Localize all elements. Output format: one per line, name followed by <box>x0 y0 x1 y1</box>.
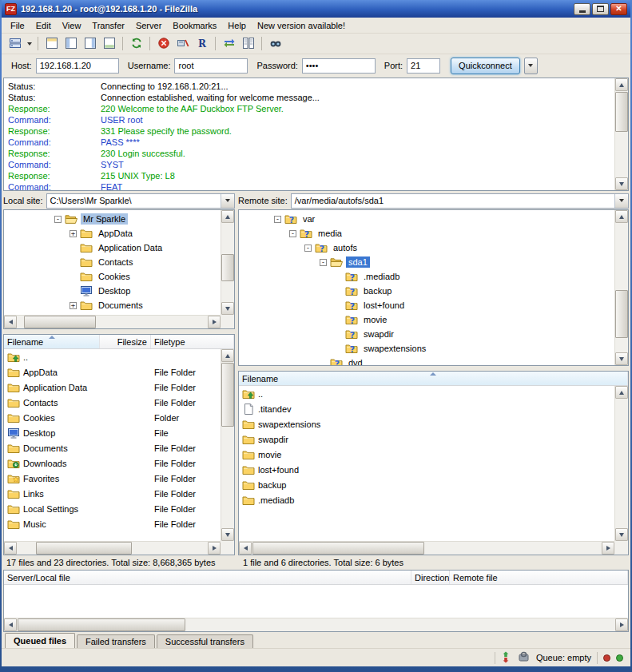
port-input[interactable] <box>407 58 440 74</box>
horizontal-scroll-thumb[interactable] <box>24 316 96 328</box>
local-tree-item[interactable]: Application Data <box>4 241 221 255</box>
tab-failed-transfers[interactable]: Failed transfers <box>77 634 155 648</box>
local-site-dropdown[interactable] <box>221 194 234 208</box>
site-manager-dropdown[interactable] <box>25 35 34 53</box>
queue-column-remote-file[interactable]: Remote file <box>450 571 628 584</box>
horizontal-scroll-thumb[interactable] <box>36 542 132 555</box>
local-tree-item[interactable]: Desktop <box>4 284 221 298</box>
local-file-row[interactable]: DownloadsFile Folder <box>4 455 221 471</box>
remote-tree-item[interactable]: ?swapextensions <box>239 341 614 356</box>
remote-tree-item[interactable]: ?.mediadb <box>239 269 614 284</box>
password-input[interactable] <box>302 58 376 74</box>
local-site-combo[interactable]: C:\Users\Mr Sparkle\ <box>46 193 235 209</box>
local-file-row[interactable]: FavoritesFile Folder <box>4 471 221 486</box>
remote-file-row[interactable]: lost+found <box>239 462 614 477</box>
remote-file-row[interactable]: movie <box>239 447 614 462</box>
local-file-row[interactable]: Application DataFile Folder <box>4 380 221 395</box>
toggle-transfer-queue-button[interactable] <box>100 35 118 53</box>
synchronized-browsing-button[interactable] <box>220 35 238 53</box>
vertical-scroll-thumb[interactable] <box>615 290 628 338</box>
scroll-right-button[interactable] <box>615 618 628 631</box>
scroll-down-button[interactable] <box>615 352 628 365</box>
local-column-filesize[interactable]: Filesize <box>100 335 151 348</box>
local-tree-item[interactable]: +Documents <box>4 298 221 312</box>
vertical-scrollbar[interactable] <box>614 210 628 365</box>
remote-tree-item[interactable]: ?dvd <box>239 356 614 365</box>
menu-bookmarks[interactable]: Bookmarks <box>167 19 222 32</box>
local-file-row[interactable]: DocumentsFile Folder <box>4 440 221 455</box>
speed-limits-icon[interactable] <box>501 651 514 664</box>
local-tree-item[interactable]: +AppData <box>4 226 221 241</box>
reconnect-button[interactable]: R <box>193 35 211 53</box>
close-button[interactable]: ✕ <box>610 3 627 15</box>
site-manager-button[interactable] <box>6 35 24 53</box>
menu-file[interactable]: File <box>5 19 30 32</box>
collapse-icon[interactable]: - <box>304 245 312 252</box>
quickconnect-button[interactable]: Quickconnect <box>451 58 520 74</box>
scroll-right-button[interactable] <box>208 542 221 555</box>
local-file-row[interactable]: AppDataFile Folder <box>4 364 221 380</box>
collapse-icon[interactable]: - <box>320 259 327 266</box>
local-file-row[interactable]: DesktopFile <box>4 425 221 440</box>
host-input[interactable] <box>36 58 119 74</box>
horizontal-scroll-thumb[interactable] <box>252 542 424 555</box>
vertical-scroll-thumb[interactable] <box>221 254 234 281</box>
collapse-icon[interactable]: - <box>274 216 281 223</box>
scroll-left-button[interactable] <box>4 542 17 555</box>
collapse-icon[interactable]: - <box>289 230 296 237</box>
connection-status-icon[interactable] <box>518 651 531 664</box>
horizontal-scroll-thumb[interactable] <box>18 618 185 631</box>
maximize-button[interactable] <box>592 3 609 15</box>
local-file-row[interactable]: ContactsFile Folder <box>4 395 221 410</box>
remote-tree-item[interactable]: ?backup <box>239 284 614 298</box>
remote-file-row[interactable]: backup <box>239 477 614 492</box>
local-tree-item[interactable]: Contacts <box>4 255 221 269</box>
remote-tree-item[interactable]: ?lost+found <box>239 298 614 312</box>
menu-server[interactable]: Server <box>130 19 167 32</box>
directory-comparison-button[interactable] <box>239 35 257 53</box>
scroll-down-button[interactable] <box>221 302 234 315</box>
toggle-local-tree-button[interactable] <box>62 35 80 53</box>
scroll-up-button[interactable] <box>221 349 234 362</box>
minimize-button[interactable] <box>574 3 590 15</box>
local-file-row[interactable]: CookiesFolder <box>4 410 221 425</box>
local-file-row[interactable]: LinksFile Folder <box>4 486 221 501</box>
vertical-scroll-thumb[interactable] <box>615 92 628 132</box>
local-column-filename[interactable]: Filename <box>4 335 100 348</box>
collapse-icon[interactable]: - <box>54 216 62 223</box>
disconnect-button[interactable] <box>173 35 192 53</box>
local-file-row[interactable]: .. <box>4 349 221 364</box>
remote-site-combo[interactable]: /var/media/autofs/sda1 <box>291 193 629 209</box>
scroll-up-button[interactable] <box>615 78 628 91</box>
username-input[interactable] <box>174 58 248 74</box>
expand-icon[interactable]: + <box>70 302 77 309</box>
scroll-left-button[interactable] <box>4 316 17 328</box>
local-file-row[interactable]: MusicFile Folder <box>4 516 221 531</box>
scroll-up-button[interactable] <box>615 386 628 399</box>
horizontal-scrollbar[interactable] <box>4 541 221 555</box>
menu-transfer[interactable]: Transfer <box>86 19 130 32</box>
vertical-scrollbar[interactable] <box>614 386 628 541</box>
remote-file-row[interactable]: .mediadb <box>239 492 614 507</box>
remote-tree-item[interactable]: -sda1 <box>239 255 614 269</box>
scroll-right-button[interactable] <box>208 316 221 328</box>
horizontal-scrollbar[interactable] <box>239 541 614 555</box>
tab-successful-transfers[interactable]: Successful transfers <box>157 634 253 648</box>
scroll-down-button[interactable] <box>221 528 234 541</box>
remote-file-row[interactable]: .titandev <box>239 401 614 416</box>
remote-file-row[interactable]: swapdir <box>239 431 614 447</box>
remote-site-dropdown[interactable] <box>614 194 628 208</box>
menu-edit[interactable]: Edit <box>30 19 57 32</box>
remote-file-row[interactable]: .. <box>239 386 614 401</box>
scroll-up-button[interactable] <box>615 210 628 223</box>
vertical-scrollbar[interactable] <box>614 78 628 190</box>
remote-tree-item[interactable]: ?movie <box>239 312 614 327</box>
remote-tree-item[interactable]: -?media <box>239 226 614 241</box>
find-files-button[interactable] <box>266 35 284 53</box>
scroll-left-button[interactable] <box>4 618 17 631</box>
horizontal-scrollbar[interactable] <box>4 618 628 631</box>
local-column-filetype[interactable]: Filetype <box>151 335 234 348</box>
tab-queued-files[interactable]: Queued files <box>5 633 75 648</box>
vertical-scrollbar[interactable] <box>221 349 234 541</box>
scroll-left-button[interactable] <box>239 542 252 555</box>
